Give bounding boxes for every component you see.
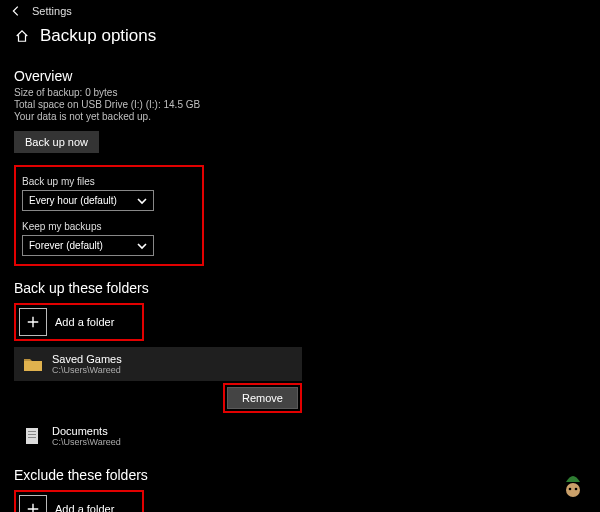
- keep-backups-label: Keep my backups: [22, 221, 154, 232]
- backup-frequency-label: Back up my files: [22, 176, 154, 187]
- exclude-add-folder-button[interactable]: Add a folder: [19, 495, 114, 512]
- chevron-down-icon: [137, 241, 147, 251]
- app-title: Settings: [32, 5, 72, 17]
- title-bar: Settings: [0, 0, 600, 22]
- overview-heading: Overview: [14, 68, 586, 84]
- plus-icon: [19, 495, 47, 512]
- back-button[interactable]: [8, 3, 24, 19]
- svg-point-5: [569, 488, 572, 491]
- keep-backups-value: Forever (default): [29, 240, 103, 251]
- backup-size: Size of backup: 0 bytes: [14, 87, 586, 98]
- folder-icon: [22, 353, 44, 375]
- folders-heading: Back up these folders: [14, 280, 586, 296]
- remove-folder-button[interactable]: Remove: [227, 387, 298, 409]
- folder-path: C:\Users\Wareed: [52, 365, 122, 375]
- backup-frequency-value: Every hour (default): [29, 195, 117, 206]
- exclude-add-highlight: Add a folder: [14, 490, 144, 512]
- home-icon: [15, 29, 29, 43]
- folder-item-saved-games[interactable]: Saved Games C:\Users\Wareed: [14, 347, 302, 381]
- document-icon: [22, 425, 44, 447]
- page-header: Backup options: [0, 22, 600, 54]
- folder-name: Saved Games: [52, 353, 122, 365]
- folder-name: Documents: [52, 425, 121, 437]
- svg-rect-1: [28, 431, 36, 432]
- add-folder-label: Add a folder: [55, 316, 114, 328]
- chevron-down-icon: [137, 196, 147, 206]
- exclude-heading: Exclude these folders: [14, 467, 586, 483]
- home-button[interactable]: [14, 28, 30, 44]
- plus-icon: [19, 308, 47, 336]
- add-folder-highlight: Add a folder: [14, 303, 144, 341]
- add-folder-button[interactable]: Add a folder: [19, 308, 114, 336]
- drive-space: Total space on USB Drive (I:) (I:): 14.5…: [14, 99, 586, 110]
- schedule-highlight: Back up my files Every hour (default) Ke…: [14, 165, 204, 266]
- folder-path: C:\Users\Wareed: [52, 437, 121, 447]
- backup-frequency-dropdown[interactable]: Every hour (default): [22, 190, 154, 211]
- svg-point-6: [575, 488, 578, 491]
- page-title: Backup options: [40, 26, 156, 46]
- svg-rect-0: [26, 428, 38, 444]
- backup-now-button[interactable]: Back up now: [14, 131, 99, 153]
- keep-backups-dropdown[interactable]: Forever (default): [22, 235, 154, 256]
- backup-status: Your data is not yet backed up.: [14, 111, 586, 122]
- mascot-icon: [562, 472, 584, 498]
- remove-highlight: Remove: [223, 383, 302, 413]
- svg-point-4: [566, 483, 580, 497]
- exclude-add-label: Add a folder: [55, 503, 114, 512]
- arrow-left-icon: [9, 4, 23, 18]
- svg-rect-2: [28, 434, 36, 435]
- folder-item-documents[interactable]: Documents C:\Users\Wareed: [14, 419, 302, 453]
- svg-rect-3: [28, 437, 36, 438]
